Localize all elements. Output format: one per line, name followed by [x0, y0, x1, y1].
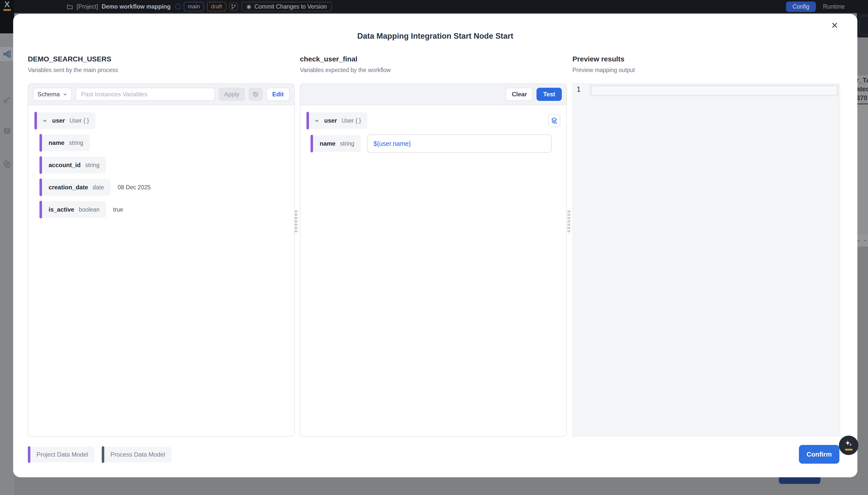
test-button[interactable]: Test — [537, 88, 562, 101]
commit-icon: ◉ — [246, 4, 251, 10]
source-panel: Schema Apply Edit — [28, 83, 295, 437]
target-tree: user User { } n — [300, 105, 566, 165]
draft-badge[interactable]: draft — [207, 2, 226, 11]
git-branch-button[interactable] — [229, 2, 238, 11]
field-type: string — [340, 140, 354, 147]
source-toolbar: Schema Apply Edit — [28, 84, 294, 105]
field-value: 08 Dec 2025 — [118, 184, 151, 191]
logo-accent-bar — [3, 9, 11, 11]
tree-row-user[interactable]: user User { } — [34, 112, 288, 129]
field-name: name — [49, 139, 65, 147]
commit-changes-button[interactable]: ◉ Commit Changes to Version — [242, 2, 332, 11]
chevron-down-icon — [63, 92, 67, 97]
model-color-bar — [39, 201, 42, 218]
apply-button[interactable]: Apply — [219, 88, 245, 101]
field-value: true — [113, 206, 123, 213]
source-title: DEMO_SEARCH_USERS — [28, 55, 118, 63]
app-logo[interactable]: X — [0, 0, 14, 33]
sidebar-item-settings[interactable] — [0, 157, 14, 171]
sparkles-underline — [845, 449, 853, 450]
project-label: [Project] — [77, 3, 98, 10]
model-color-bar — [311, 135, 313, 152]
target-toolbar: Clear Test — [300, 84, 566, 105]
tab-runtime[interactable]: Runtime — [817, 1, 850, 12]
preview-title: Preview results — [572, 55, 635, 63]
chevron-down-icon[interactable] — [42, 118, 48, 123]
source-subtitle: Variables sent by the main process — [28, 67, 118, 73]
field-type: boolean — [79, 206, 99, 213]
tree-row-name-mapping[interactable]: name string — [311, 135, 560, 153]
preview-editor[interactable]: 1 — [572, 83, 840, 437]
project-title[interactable]: [Project] Demo workflow mapping — [77, 3, 170, 10]
model-color-bar — [102, 446, 104, 463]
model-color-bar — [34, 112, 37, 130]
sparkles-icon — [845, 440, 853, 448]
screen: [Project] Demo workflow mapping main dra… — [0, 0, 868, 495]
ai-assistant-button[interactable] — [839, 436, 858, 455]
chevron-up-icon[interactable] — [863, 237, 867, 244]
layers-plus-icon — [551, 117, 558, 124]
field-type: date — [93, 184, 104, 191]
folder-icon — [67, 3, 73, 10]
background-button-fragment — [779, 477, 820, 484]
left-sidebar — [0, 13, 14, 495]
target-column-header: check_user_final Variables expected by t… — [300, 55, 391, 73]
modal-title: Data Mapping Integration Start Node Star… — [13, 32, 857, 41]
logo-x-glyph: X — [4, 0, 10, 8]
tree-row-name[interactable]: name string — [39, 135, 288, 151]
field-type: User { } — [70, 117, 89, 124]
field-name: user — [324, 117, 337, 124]
field-name: creation_date — [49, 184, 88, 191]
tree-row-account-id[interactable]: account_id string — [39, 157, 288, 173]
top-bar: [Project] Demo workflow mapping main dra… — [0, 0, 868, 13]
field-type: User { } — [342, 117, 361, 124]
model-legend: Project Data Model Process Data Model — [28, 447, 171, 462]
tree-row-user[interactable]: user User { } — [307, 112, 560, 129]
field-type: string — [69, 139, 83, 147]
project-name: Demo workflow mapping — [102, 3, 170, 10]
preview-subtitle: Preview mapping output — [572, 67, 635, 73]
clear-button[interactable]: Clear — [506, 88, 533, 101]
target-subtitle: Variables expected by the workflow — [300, 67, 391, 73]
branch-badge[interactable]: main — [184, 2, 204, 11]
chevron-down-icon[interactable] — [314, 118, 320, 123]
sidebar-item-workflow[interactable] — [0, 47, 14, 61]
model-color-bar — [307, 112, 309, 130]
field-type: string — [85, 162, 99, 169]
past-instances-input[interactable] — [76, 88, 215, 101]
model-color-bar — [39, 178, 42, 196]
model-color-bar — [39, 134, 42, 152]
sidebar-item-design[interactable] — [0, 92, 14, 107]
model-color-bar — [28, 446, 30, 463]
panel-resize-handle[interactable] — [295, 210, 298, 234]
tree-row-creation-date[interactable]: creation_date date 08 Dec 2025 — [39, 179, 288, 196]
history-icon — [252, 91, 259, 98]
confirm-button[interactable]: Confirm — [799, 445, 839, 464]
source-column-header: DEMO_SEARCH_USERS Variables sent by the … — [28, 55, 118, 73]
mapping-value-input[interactable] — [367, 135, 552, 153]
field-name: name — [320, 140, 335, 147]
background-node-fragment: r_Task ated_1 370 — [856, 75, 868, 246]
field-name: account_id — [49, 161, 81, 169]
legend-project-data-model[interactable]: Project Data Model — [28, 447, 95, 462]
background-panel-fragment — [857, 13, 868, 37]
tree-row-is-active[interactable]: is_active boolean true — [39, 201, 288, 218]
legend-process-data-model[interactable]: Process Data Model — [102, 447, 171, 462]
node-fragment-line: ated_1 — [856, 85, 868, 93]
gear-icon — [3, 160, 11, 168]
panel-resize-handle[interactable] — [567, 210, 570, 234]
add-layer-button[interactable] — [548, 114, 560, 127]
tab-config[interactable]: Config — [786, 1, 816, 12]
edit-button[interactable]: Edit — [266, 88, 290, 101]
sidebar-item-database[interactable] — [0, 124, 14, 139]
workflow-icon — [3, 50, 11, 58]
status-circle-icon — [175, 4, 181, 10]
model-color-bar — [39, 156, 42, 174]
target-title: check_user_final — [300, 55, 391, 63]
git-branch-icon — [231, 4, 236, 10]
commit-label: Commit Changes to Version — [254, 3, 327, 10]
source-tree: user User { } name string account_id — [28, 105, 294, 231]
history-button[interactable] — [248, 88, 263, 101]
close-icon[interactable]: × — [829, 19, 841, 32]
schema-dropdown[interactable]: Schema — [33, 88, 72, 101]
